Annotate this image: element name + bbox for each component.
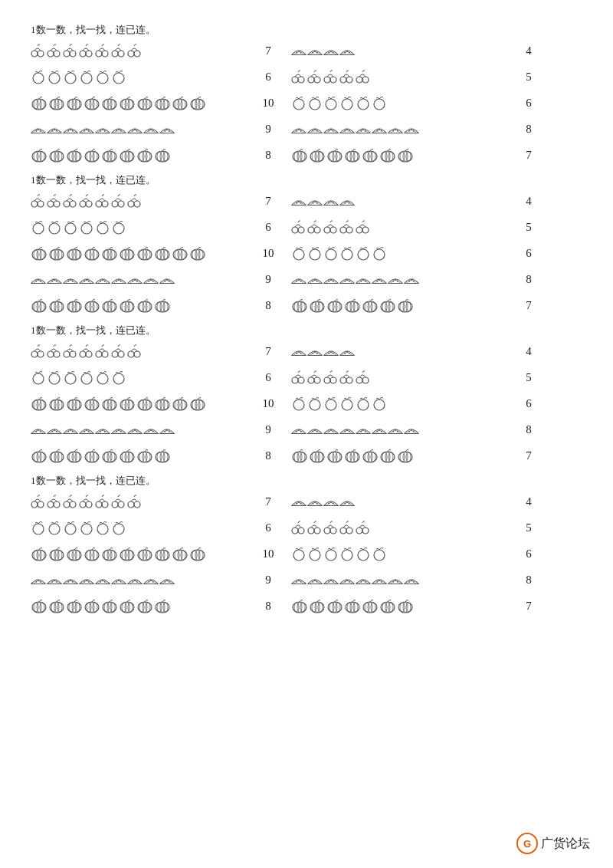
apple-icon (111, 219, 126, 235)
apple-icon (356, 546, 371, 561)
pumpkin-fruit (119, 448, 136, 463)
apple-icon (339, 245, 355, 261)
pumpkin-fruit (66, 245, 83, 261)
fruit-row (31, 595, 245, 616)
left-fruit-cell (31, 419, 245, 440)
watermelon_slice-icon (323, 495, 339, 508)
left-number: 8 (245, 449, 291, 462)
cherry-fruit (111, 344, 126, 359)
fruit-row (291, 367, 506, 388)
fruit-row (291, 144, 506, 166)
pumpkin-icon (344, 298, 361, 313)
pumpkin-fruit (397, 298, 414, 313)
left-fruit-cell (31, 569, 245, 590)
apple-icon (31, 219, 46, 235)
right-fruit-cell (291, 66, 506, 87)
apple-icon (79, 520, 94, 535)
pumpkin-fruit (101, 298, 118, 313)
right-fruit-cell (291, 491, 506, 512)
watermelon_slice-icon (291, 423, 306, 436)
apple-icon (79, 219, 94, 235)
pumpkin-fruit (326, 598, 343, 613)
watermelon_slice-icon (339, 574, 355, 586)
right-fruit-cell (291, 40, 506, 61)
watermelon_slice-fruit (47, 574, 62, 586)
cherry-fruit (356, 520, 371, 535)
apple-fruit (291, 245, 306, 261)
watermelon_slice-icon (127, 123, 143, 135)
watermelon_slice-fruit (159, 423, 175, 436)
left-fruit-cell (31, 144, 245, 166)
watermelon_slice-icon (356, 423, 371, 436)
pumpkin-icon (136, 147, 153, 163)
page-container: 1数一数，找一找，连已连。746510698871数一数，找一找，连已连。746… (31, 23, 582, 616)
pumpkin-icon (344, 448, 361, 463)
right-number: 7 (506, 299, 552, 312)
left-number: 8 (245, 149, 291, 162)
pumpkin-icon (84, 396, 100, 411)
apple-fruit (63, 370, 78, 385)
apple-fruit (31, 520, 46, 535)
cherry-icon (79, 494, 94, 509)
watermelon_slice-icon (63, 273, 78, 285)
pumpkin-icon (48, 598, 65, 613)
pumpkin-fruit (48, 298, 65, 313)
left-fruit-cell (31, 118, 245, 140)
watermelon_slice-icon (291, 44, 306, 57)
cherry-fruit (307, 219, 323, 235)
pumpkin-icon (189, 546, 206, 561)
pumpkin-fruit (136, 95, 153, 110)
apple-icon (323, 396, 339, 411)
apple-fruit (111, 69, 126, 84)
watermelon_slice-fruit (95, 423, 110, 436)
pumpkin-icon (326, 598, 343, 613)
apple-fruit (291, 95, 306, 110)
pumpkin-fruit (154, 598, 171, 613)
watermelon_slice-icon (339, 123, 355, 135)
left-number: 7 (245, 345, 291, 358)
pumpkin-fruit (379, 147, 396, 163)
watermelon_slice-icon (127, 574, 143, 586)
pumpkin-fruit (189, 546, 206, 561)
watermelon_slice-fruit (79, 273, 94, 285)
pumpkin-fruit (136, 298, 153, 313)
watermelon_slice-fruit (159, 574, 175, 586)
apple-fruit (95, 69, 110, 84)
pumpkin-icon (344, 598, 361, 613)
apple-fruit (47, 69, 62, 84)
apple-icon (291, 95, 306, 110)
watermelon_slice-icon (404, 123, 419, 135)
pumpkin-fruit (31, 95, 48, 110)
watermelon_slice-icon (323, 273, 339, 285)
pumpkin-icon (136, 396, 153, 411)
watermelon_slice-icon (404, 574, 419, 586)
left-number: 9 (245, 423, 291, 436)
pumpkin-fruit (31, 598, 48, 613)
exercise-grid: 74651069887 (31, 190, 582, 316)
pumpkin-fruit (397, 448, 414, 463)
watermelon_slice-fruit (356, 273, 371, 285)
pumpkin-fruit (172, 396, 188, 411)
pumpkin-fruit (362, 298, 379, 313)
watermelon_slice-fruit (307, 345, 323, 357)
apple-fruit (31, 370, 46, 385)
fruit-row (291, 92, 506, 113)
watermelon_slice-fruit (339, 123, 355, 135)
pumpkin-icon (136, 298, 153, 313)
watermelon_slice-fruit (143, 273, 159, 285)
left-number: 9 (245, 273, 291, 286)
cherry-fruit (95, 494, 110, 509)
pumpkin-icon (101, 95, 118, 110)
watermelon_slice-fruit (307, 273, 323, 285)
cherry-icon (339, 370, 355, 385)
right-fruit-cell (291, 190, 506, 212)
apple-icon (47, 370, 62, 385)
fruit-row (31, 445, 245, 466)
cherry-fruit (323, 520, 339, 535)
watermelon_slice-icon (291, 574, 306, 586)
cherry-icon (323, 520, 339, 535)
watermelon_slice-fruit (111, 123, 126, 135)
pumpkin-fruit (66, 448, 83, 463)
pumpkin-icon (84, 147, 100, 163)
right-number: 7 (506, 600, 552, 613)
